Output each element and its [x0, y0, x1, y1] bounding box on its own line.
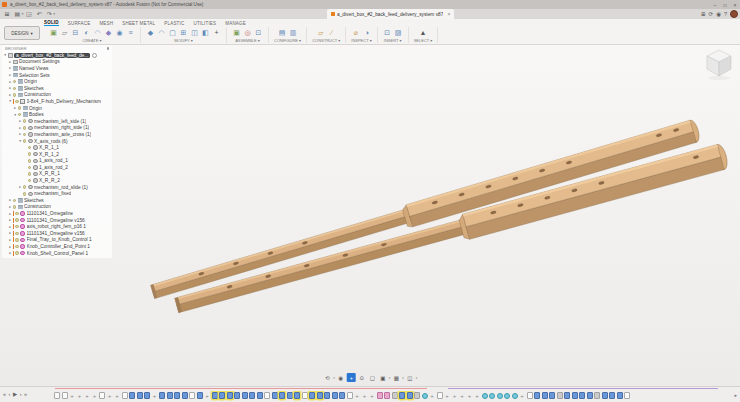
expand-arrow-icon[interactable]: ▾ [3, 53, 8, 57]
visibility-bulb-icon[interactable] [28, 152, 32, 156]
extrude-feature-highlighted[interactable] [317, 392, 323, 399]
tab-plastic[interactable]: PLASTIC [164, 21, 184, 27]
extrude-feature[interactable] [564, 392, 570, 399]
orbit-caret-icon[interactable]: ▾ [333, 376, 335, 380]
go-to-start-button[interactable]: « [3, 391, 6, 398]
tree-row[interactable]: ▸Named Views [2, 65, 112, 72]
close-tab-icon[interactable]: × [447, 11, 450, 17]
tree-row[interactable]: X_R_R_2 [2, 177, 112, 184]
create-sketch-icon[interactable]: ▱ [60, 28, 69, 37]
display-settings-caret-icon[interactable]: ▾ [389, 376, 391, 380]
visibility-bulb-icon[interactable] [23, 185, 27, 189]
visibility-bulb-icon[interactable] [15, 245, 19, 249]
joint-origin-feature[interactable]: + [152, 392, 158, 399]
expand-arrow-icon[interactable]: ▸ [18, 126, 23, 130]
zoom-icon[interactable]: ⊙ [357, 373, 366, 382]
display-settings-icon[interactable]: ▣ [378, 373, 387, 382]
help-icon[interactable]: ? [724, 11, 727, 17]
visibility-bulb-icon[interactable] [15, 251, 19, 255]
joint-origin-feature[interactable]: + [69, 392, 75, 399]
maximize-button[interactable]: □ [720, 2, 730, 8]
view-cube[interactable] [707, 50, 731, 80]
visibility-bulb-icon[interactable] [18, 106, 22, 110]
extrude-feature[interactable] [572, 392, 578, 399]
visibility-bulb-icon[interactable] [28, 159, 32, 163]
extrude-feature[interactable] [609, 392, 615, 399]
toolbar-group-label-assemble[interactable]: ASSEMBLE ▾ [235, 38, 260, 43]
visibility-bulb-icon[interactable] [13, 205, 17, 209]
file-menu-icon[interactable]: ▤ [15, 9, 21, 19]
shell-icon[interactable]: ▢ [168, 28, 177, 37]
extrude-feature[interactable] [174, 392, 180, 399]
visibility-bulb-icon[interactable] [15, 218, 19, 222]
tab-solid[interactable]: SOLID [44, 20, 59, 27]
extrude-feature[interactable] [534, 392, 540, 399]
extrude-feature-highlighted[interactable] [279, 392, 285, 399]
joint-feature[interactable] [489, 393, 495, 399]
grid-settings-caret-icon[interactable]: ▾ [402, 376, 404, 380]
tree-row[interactable]: ▸Origin [2, 78, 112, 85]
tab-mesh[interactable]: MESH [99, 21, 113, 27]
tree-row[interactable]: ▸mechanism_left_side (1) [2, 118, 112, 125]
pan-icon[interactable]: + [347, 373, 356, 382]
tree-row[interactable]: ▸mechanism_rod_slide (1) [2, 184, 112, 191]
tree-row[interactable]: ▸11101341_Omegaline v156 [2, 230, 112, 237]
joint-feature[interactable] [512, 393, 518, 399]
extrude-feature[interactable] [137, 392, 143, 399]
viewports-caret-icon[interactable]: ▾ [416, 376, 418, 380]
sketch-feature[interactable] [302, 392, 308, 399]
viewports-icon[interactable]: ◫ [405, 373, 414, 382]
press-pull-icon[interactable]: ◆ [146, 28, 155, 37]
joint-origin-feature[interactable]: + [107, 392, 113, 399]
sketch-feature[interactable] [54, 392, 60, 399]
joint-origin-feature[interactable]: + [369, 392, 375, 399]
document-tab[interactable]: a_divert_box_#2_back_feed_delivery_syste… [327, 9, 454, 19]
misc-feature[interactable] [392, 392, 398, 399]
sketch-feature[interactable] [264, 392, 270, 399]
visibility-bulb-icon[interactable] [13, 87, 17, 91]
joint-origin-feature[interactable]: + [444, 392, 450, 399]
visibility-bulb-icon[interactable] [23, 139, 27, 143]
visibility-bulb-icon[interactable] [15, 100, 19, 104]
file-menu-caret-icon[interactable]: ▾ [22, 12, 24, 16]
axis-icon[interactable]: ∕ [327, 28, 336, 37]
expand-arrow-icon[interactable]: ▾ [13, 113, 18, 117]
joint-origin-feature[interactable]: + [84, 392, 90, 399]
expand-arrow-icon[interactable]: ▸ [8, 60, 13, 64]
tree-row[interactable]: ▸Origin [2, 105, 112, 112]
expand-arrow-icon[interactable]: ▸ [18, 185, 23, 189]
offset-face-icon[interactable]: ◫ [190, 28, 199, 37]
joint-feature[interactable] [504, 393, 510, 399]
section-analysis-icon[interactable]: ◑ [362, 28, 371, 37]
new-component-icon[interactable]: ▣ [232, 28, 241, 37]
extrude-feature[interactable] [129, 392, 135, 399]
visibility-bulb-icon[interactable] [13, 93, 17, 97]
extrude-feature[interactable] [542, 392, 548, 399]
extrude-feature[interactable] [159, 392, 165, 399]
combine-icon[interactable]: ⊞ [179, 28, 188, 37]
joint-origin-feature[interactable]: + [354, 392, 360, 399]
extrude-feature[interactable] [332, 392, 338, 399]
sketch-feature[interactable] [437, 392, 443, 399]
visibility-bulb-icon[interactable] [18, 113, 22, 117]
joint-origin-feature[interactable]: + [459, 392, 465, 399]
extrude-feature[interactable] [249, 392, 255, 399]
extrude-feature-highlighted[interactable] [227, 392, 233, 399]
expand-arrow-icon[interactable]: ▸ [8, 66, 13, 70]
extrude-feature[interactable] [324, 392, 330, 399]
extrude-feature-highlighted[interactable] [294, 392, 300, 399]
visibility-bulb-icon[interactable] [23, 119, 27, 123]
tree-row[interactable]: 1_axis_rod_2 [2, 164, 112, 171]
save-icon[interactable]: ◲ [26, 9, 32, 19]
extrude-feature[interactable] [287, 392, 293, 399]
redo-caret-icon[interactable]: ▾ [53, 12, 55, 16]
play-button[interactable]: ▶ [13, 391, 17, 398]
tree-row[interactable]: ▸Knob_Shell_Control_Panel 1 [2, 250, 112, 257]
sketch-feature[interactable] [62, 392, 68, 399]
workspace-selector[interactable]: DESIGN ▾ [4, 26, 40, 40]
tree-row[interactable]: ▸Sketches [2, 85, 112, 92]
joint-icon[interactable]: ◎ [243, 28, 252, 37]
tree-row[interactable]: ▾a_divert_box_#2_back_feed_de... [2, 52, 112, 59]
tab-manage[interactable]: MANAGE [225, 21, 246, 27]
move-copy-icon[interactable]: + [212, 28, 221, 37]
